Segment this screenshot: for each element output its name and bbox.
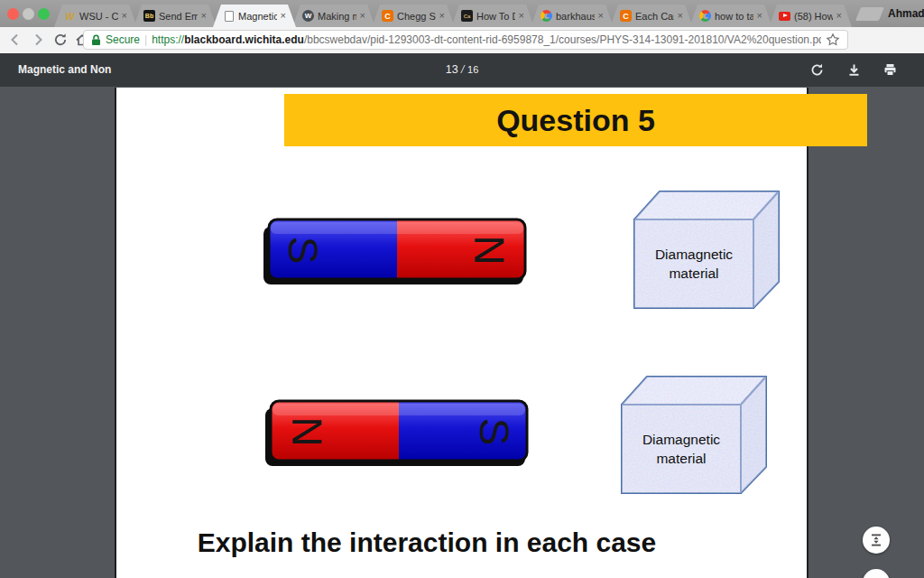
question-banner: Question 5 [284, 94, 867, 146]
tab-close-icon[interactable]: × [598, 11, 604, 21]
tab-label: how to ta [715, 11, 753, 22]
pdf-page: Question 5 S N [115, 88, 808, 578]
diamagnetic-cube-1: Diamagnetic material [632, 187, 785, 313]
pdf-viewer[interactable]: Question 5 S N [0, 87, 924, 578]
cube-label-line2: material [669, 264, 718, 283]
tab-close-icon[interactable]: × [122, 11, 127, 21]
pole-label-south: S [280, 237, 327, 265]
tab-close-icon[interactable]: × [201, 11, 207, 21]
tab-label: Making m [318, 11, 356, 22]
url-scheme: https:// [152, 33, 184, 46]
cube-label-line2: material [656, 449, 706, 468]
pole-label-north: N [466, 235, 513, 265]
tab-wsu[interactable]: W WSU - Ce × [54, 5, 137, 27]
cube-label: Diamagnetic material [622, 405, 741, 493]
tab-each-case[interactable]: C Each Case × [610, 5, 693, 27]
tab-label: How To D [476, 11, 515, 22]
page-current[interactable]: 13 [446, 63, 458, 76]
tab-how-to[interactable]: Ca How To D × [451, 5, 534, 27]
tab-magnetic-active[interactable]: Magnetic × [213, 5, 296, 27]
bar-magnet-2: N S [263, 397, 534, 473]
bookmark-star-icon[interactable] [826, 33, 840, 47]
url-separator: | [144, 33, 147, 46]
tab-label: WSU - Ce [79, 11, 118, 22]
tab-label: (58) How [794, 11, 833, 22]
page-total: 16 [467, 64, 478, 75]
chegg-icon: C [382, 10, 393, 22]
instruction-text: Explain the interaction in each case [174, 527, 679, 558]
tab-close-icon[interactable]: × [281, 11, 286, 21]
page-indicator: 13 / 16 [0, 53, 924, 87]
page-separator: / [461, 63, 464, 76]
back-icon[interactable] [7, 32, 23, 48]
address-bar: Secure | https://blackboard.wichita.edu/… [0, 27, 924, 53]
tab-close-icon[interactable]: × [757, 11, 762, 21]
bar-magnet-1: S N [262, 216, 532, 292]
youtube-icon [779, 12, 790, 21]
url-path: /bbcswebdav/pid-1293003-dt-content-rid-6… [304, 33, 821, 46]
window-close-button[interactable] [7, 8, 19, 20]
window-zoom-button[interactable] [38, 8, 50, 20]
pdf-toolbar: Magnetic and Non 13 / 16 [0, 53, 924, 87]
print-icon[interactable] [882, 62, 898, 78]
secure-label: Secure [106, 33, 140, 46]
google-icon [541, 10, 552, 22]
cube-label: Diamagnetic material [634, 219, 753, 308]
tab-chegg-study[interactable]: C Chegg Stu × [372, 5, 455, 27]
reload-icon[interactable] [52, 32, 69, 48]
google-icon [699, 10, 711, 22]
rotate-icon[interactable] [809, 62, 825, 78]
tab-how-to-talk[interactable]: how to ta × [689, 5, 772, 27]
tab-barkhausen[interactable]: barkhause × [531, 5, 614, 27]
tab-close-icon[interactable]: × [360, 11, 365, 21]
tab-label: barkhause [556, 11, 595, 22]
wsu-shocker-icon: W [64, 10, 76, 22]
window-minimize-button[interactable] [23, 8, 34, 20]
download-icon[interactable] [846, 62, 862, 78]
tab-youtube[interactable]: (58) How × [769, 5, 852, 27]
tab-strip: W WSU - Ce × Bb Send Ema × Magnetic × W … [0, 0, 924, 27]
tab-close-icon[interactable]: × [836, 11, 842, 21]
pole-label-south: S [471, 418, 518, 446]
tab-close-icon[interactable]: × [519, 11, 524, 21]
new-tab-button[interactable] [855, 7, 884, 21]
url-text: https://blackboard.wichita.edu/bbcswebda… [152, 33, 821, 46]
browser-window: W WSU - Ce × Bb Send Ema × Magnetic × W … [0, 0, 924, 578]
chegg-icon: C [620, 10, 632, 22]
profile-name[interactable]: Ahmad [888, 0, 924, 27]
tab-making[interactable]: W Making m × [292, 5, 375, 27]
pdf-page-icon [223, 10, 235, 22]
cube-label-line1: Diamagnetic [642, 430, 720, 449]
fit-to-page-button[interactable] [863, 527, 890, 554]
tab-label: Chegg Stu [397, 11, 436, 22]
forward-icon[interactable] [30, 32, 46, 48]
tab-list: W WSU - Ce × Bb Send Ema × Magnetic × W … [54, 5, 852, 27]
tab-label: Each Case [635, 11, 674, 22]
blackboard-icon: Bb [143, 10, 155, 22]
dark-square-icon: Ca [461, 10, 473, 22]
pole-label-north: N [283, 416, 330, 446]
url-field[interactable]: Secure | https://blackboard.wichita.edu/… [83, 30, 848, 50]
url-domain: blackboard.wichita.edu [184, 33, 304, 46]
tab-label: Send Ema [159, 11, 198, 22]
diamagnetic-cube-2: Diamagnetic material [619, 372, 772, 499]
zoom-in-button[interactable]: + [863, 569, 890, 578]
fit-to-page-icon [869, 533, 883, 547]
tab-close-icon[interactable]: × [439, 11, 445, 21]
tab-close-icon[interactable]: × [678, 11, 683, 21]
tab-label: Magnetic [238, 11, 277, 22]
lock-icon [91, 34, 101, 46]
wordpress-icon: W [302, 10, 314, 22]
cube-label-line1: Diamagnetic [655, 245, 733, 264]
tab-send-email[interactable]: Bb Send Ema × [134, 5, 217, 27]
